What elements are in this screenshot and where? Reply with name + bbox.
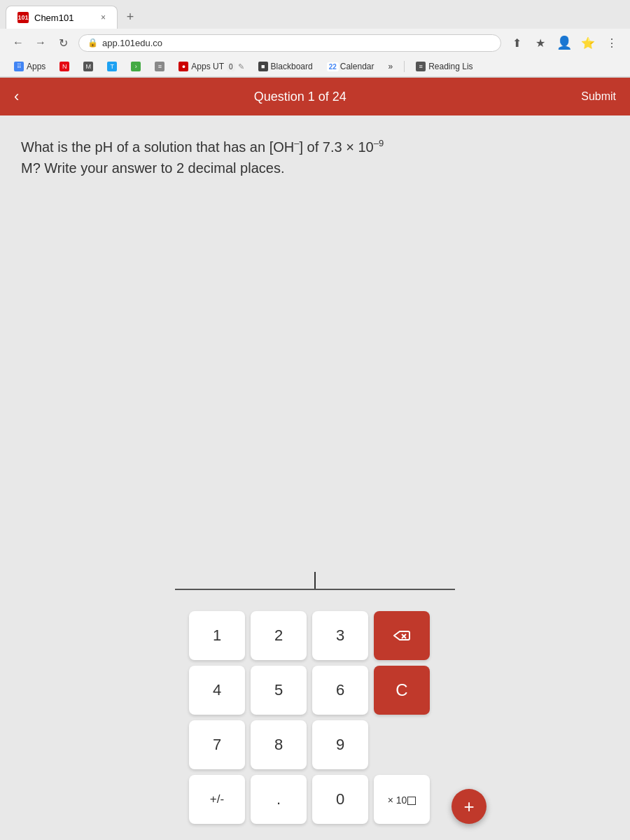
bookmark-reading-list[interactable]: ≡ Reading Lis [410, 59, 478, 74]
key-empty [374, 720, 430, 769]
bookmark-netflix[interactable]: N [54, 59, 75, 74]
main-content: ‹ Question 1 of 24 Submit What is the pH… [0, 78, 630, 840]
extension-icon[interactable]: ⭐ [578, 33, 598, 52]
bookmark-apps[interactable]: ⠿ Apps [8, 59, 51, 74]
browser-chrome: 101 Chem101 × + ← → ↻ 🔒 app.101edu.co ⬆ … [0, 0, 630, 78]
reading-favicon: ≡ [416, 62, 426, 71]
new-tab-button[interactable]: + [120, 8, 140, 27]
key-6[interactable]: 6 [312, 666, 368, 715]
url-text: app.101edu.co [102, 38, 162, 48]
question-body: What is the pH of a solution that has an… [0, 115, 630, 840]
bookmarks-more-button[interactable]: » [382, 59, 398, 74]
back-button[interactable]: ← [8, 33, 28, 52]
bookmark-reading-label: Reading Lis [428, 62, 472, 71]
url-bar[interactable]: 🔒 app.101edu.co [78, 34, 501, 52]
bookmark-apps-label: Apps [27, 62, 46, 71]
apps-favicon: ⠿ [14, 62, 24, 71]
bookmark-blackboard-label: Blackboard [271, 62, 313, 71]
question-text: What is the pH of a solution that has an… [21, 136, 609, 178]
key-2[interactable]: 2 [251, 611, 307, 660]
key-clear[interactable]: C [374, 666, 430, 715]
key-backspace[interactable] [374, 611, 430, 660]
appsut-icon: ✎ [238, 62, 244, 71]
lock-icon: 🔒 [88, 38, 98, 48]
key-9[interactable]: 9 [312, 720, 368, 769]
key-decimal[interactable]: . [251, 775, 307, 824]
bookmarks-separator [404, 61, 405, 72]
bb-favicon: ■ [258, 62, 268, 71]
plus-float-button[interactable]: + [451, 789, 486, 824]
tab-favicon: 101 [18, 12, 29, 23]
lines-favicon: ≡ [155, 62, 164, 71]
bookmark-lines[interactable]: ≡ [149, 59, 170, 74]
netflix-favicon: N [59, 62, 69, 71]
key-7[interactable]: 7 [189, 720, 245, 769]
arrow-favicon: › [131, 62, 141, 71]
tab-title: Chem101 [34, 13, 74, 23]
menu-icon[interactable]: ⋮ [602, 33, 622, 52]
m-favicon: M [83, 62, 93, 71]
key-4[interactable]: 4 [189, 666, 245, 715]
bookmark-blackboard[interactable]: ■ Blackboard [253, 59, 318, 74]
bookmark-t[interactable]: T [102, 59, 122, 74]
text-cursor [314, 572, 316, 589]
key-8[interactable]: 8 [251, 720, 307, 769]
key-0[interactable]: 0 [312, 775, 368, 824]
share-icon[interactable]: ⬆ [507, 33, 526, 52]
appsut-favicon: ● [178, 62, 188, 71]
key-x10[interactable]: × 10 [374, 775, 430, 824]
active-tab[interactable]: 101 Chem101 × [6, 6, 118, 29]
bookmark-appsut-label: Apps UT [191, 62, 224, 71]
bookmarks-bar: ⠿ Apps N M T › ≡ ● Apps UT 0 ✎ ■ Blackbo… [0, 57, 630, 77]
calendar-badge: 22 [327, 62, 339, 71]
key-1[interactable]: 1 [189, 611, 245, 660]
t-favicon: T [107, 62, 117, 71]
address-bar: ← → ↻ 🔒 app.101edu.co ⬆ ★ 👤 ⭐ ⋮ [0, 29, 630, 57]
tab-close-button[interactable]: × [101, 13, 106, 22]
bookmark-star-icon[interactable]: ★ [531, 33, 550, 52]
submit-button[interactable]: Submit [581, 90, 616, 103]
keypad: 1 2 3 4 5 6 C [189, 611, 441, 824]
tab-bar: 101 Chem101 × + [0, 0, 630, 29]
bookmark-appsut[interactable]: ● Apps UT 0 ✎ [173, 59, 249, 74]
reload-button[interactable]: ↻ [53, 33, 73, 52]
keypad-wrapper: 1 2 3 4 5 6 C [189, 611, 441, 824]
key-3[interactable]: 3 [312, 611, 368, 660]
forward-button[interactable]: → [31, 33, 50, 52]
back-arrow-button[interactable]: ‹ [14, 88, 19, 106]
question-header: ‹ Question 1 of 24 Submit [0, 78, 630, 115]
bookmark-arrow[interactable]: › [125, 59, 146, 74]
toolbar-icons: ⬆ ★ 👤 ⭐ ⋮ [507, 33, 622, 52]
nav-buttons: ← → ↻ [8, 33, 73, 52]
key-5[interactable]: 5 [251, 666, 307, 715]
bookmark-calendar[interactable]: 22 Calendar [321, 59, 380, 74]
question-counter: Question 1 of 24 [254, 90, 346, 104]
more-icon: » [388, 62, 393, 71]
profile-icon[interactable]: 👤 [554, 33, 574, 52]
answer-area: 1 2 3 4 5 6 C [21, 178, 609, 838]
bookmark-calendar-label: Calendar [340, 62, 374, 71]
bookmark-m[interactable]: M [78, 59, 99, 74]
answer-input-display [175, 562, 455, 590]
appsut-badge: 0 [227, 62, 235, 71]
key-plusminus[interactable]: +/- [189, 775, 245, 824]
